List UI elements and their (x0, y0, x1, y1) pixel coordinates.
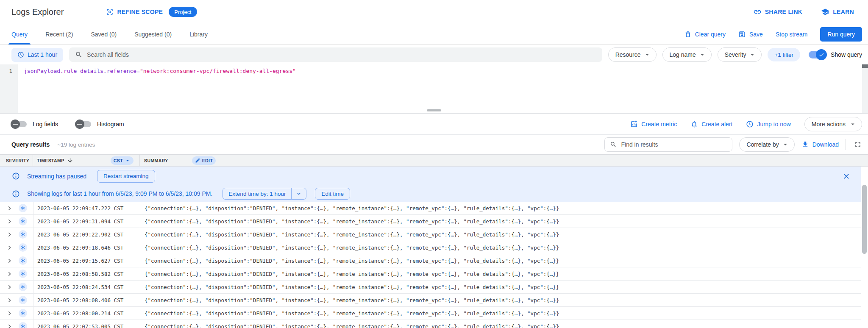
log-fields-toggle[interactable] (11, 121, 27, 127)
log-entry-row[interactable]: 2023-06-05 22:07:53.005 CST {"connection… (0, 320, 861, 328)
results-bar: Query results ~19 log entries Correlate … (0, 135, 868, 155)
refine-scope-label: REFINE SCOPE (117, 8, 163, 15)
tab-saved[interactable]: Saved (0) (82, 24, 125, 44)
refine-scope-button[interactable]: REFINE SCOPE (106, 8, 163, 16)
search-input[interactable] (87, 51, 596, 58)
expand-chevron-icon[interactable] (0, 322, 19, 328)
tab-query[interactable]: Query (3, 24, 36, 44)
extend-time-options-button[interactable] (291, 188, 306, 199)
expand-chevron-icon[interactable] (0, 217, 19, 225)
tab-bar: Query Recent (2) Saved (0) Suggested (0)… (0, 24, 868, 45)
default-severity-icon (19, 204, 27, 212)
timezone-chip[interactable]: CST (111, 156, 134, 165)
editor-scrollbar[interactable] (862, 64, 868, 113)
expand-chevron-icon[interactable] (0, 257, 19, 265)
log-entry-row[interactable]: 2023-06-05 22:08:24.534 CST {"connection… (0, 281, 861, 294)
default-severity-icon (19, 270, 27, 278)
editor-resize-handle[interactable] (427, 109, 441, 111)
resource-dropdown[interactable]: Resource (608, 47, 657, 62)
resource-label: Resource (615, 51, 641, 58)
histogram-toggle[interactable] (76, 121, 91, 127)
clear-query-label: Clear query (695, 31, 726, 38)
pane-toolbar: Log fields Histogram Create metric Creat… (0, 114, 868, 135)
timestamp-header-label[interactable]: TIMESTAMP (37, 158, 64, 163)
log-summary: {"connection":{…}, "disposition":"DENIED… (140, 320, 861, 328)
log-summary: {"connection":{…}, "disposition":"DENIED… (140, 294, 861, 306)
show-query-label: Show query (831, 51, 862, 58)
caret-down-icon (782, 141, 789, 148)
page-title: Logs Explorer (11, 7, 64, 17)
log-summary: {"connection":{…}, "disposition":"DENIED… (140, 228, 861, 241)
expand-chevron-icon[interactable] (0, 231, 19, 239)
save-button[interactable]: Save (738, 31, 763, 38)
tab-recent[interactable]: Recent (2) (36, 24, 82, 44)
link-icon (753, 8, 762, 16)
clock-icon (746, 120, 754, 128)
severity-label: Severity (725, 51, 746, 58)
severity-column-header: SEVERITY (0, 155, 33, 166)
log-entry-row[interactable]: 2023-06-05 22:08:08.406 CST {"connection… (0, 294, 861, 307)
query-text[interactable]: jsonPayload.rule_details.reference="netw… (24, 68, 860, 74)
close-banner-button[interactable] (841, 171, 851, 181)
tab-library[interactable]: Library (181, 24, 217, 44)
expand-chevron-icon[interactable] (0, 204, 19, 212)
top-bar: Logs Explorer REFINE SCOPE Project SHARE… (0, 0, 868, 24)
log-entry-row[interactable]: 2023-06-05 22:08:00.214 CST {"connection… (0, 307, 861, 320)
expand-chevron-icon[interactable] (0, 270, 19, 278)
log-summary: {"connection":{…}, "disposition":"DENIED… (140, 241, 861, 254)
expand-chevron-icon[interactable] (0, 283, 19, 291)
log-name-dropdown[interactable]: Log name (662, 47, 712, 62)
default-severity-icon (19, 309, 27, 317)
clear-query-button[interactable]: Clear query (684, 31, 726, 38)
log-entry-row[interactable]: 2023-06-05 22:08:58.582 CST {"connection… (0, 267, 861, 281)
stop-stream-button[interactable]: Stop stream (776, 31, 807, 38)
log-entry-row[interactable]: 2023-06-05 22:09:15.627 CST {"connection… (0, 254, 861, 267)
log-timestamp: 2023-06-05 22:08:58.582 CST (33, 267, 140, 280)
show-query-control: Show query (809, 51, 862, 58)
run-query-button[interactable]: Run query (820, 27, 862, 42)
log-timestamp: 2023-06-05 22:08:08.406 CST (33, 294, 140, 306)
toggle-check-icon (816, 49, 827, 60)
results-scrollbar-thumb[interactable] (862, 185, 867, 254)
jump-to-now-button[interactable]: Jump to now (746, 120, 790, 128)
time-range-chip[interactable]: Last 1 hour (11, 48, 63, 62)
edit-summary-chip[interactable]: EDIT (192, 156, 216, 165)
summary-header-label: SUMMARY (144, 158, 168, 163)
expand-chevron-icon[interactable] (0, 244, 19, 252)
correlate-by-dropdown[interactable]: Correlate by (739, 137, 794, 152)
expand-chevron-icon[interactable] (0, 309, 19, 317)
download-button[interactable]: Download (801, 141, 839, 148)
log-timestamp: 2023-06-05 22:09:47.222 CST (33, 202, 140, 214)
tab-suggested[interactable]: Suggested (0) (125, 24, 181, 44)
log-entry-row[interactable]: 2023-06-05 22:09:22.902 CST {"connection… (0, 228, 861, 241)
create-metric-button[interactable]: Create metric (630, 120, 677, 128)
severity-dropdown[interactable]: Severity (718, 47, 762, 62)
create-alert-button[interactable]: Create alert (690, 120, 732, 128)
share-link-button[interactable]: SHARE LINK (753, 8, 803, 16)
fullscreen-button[interactable] (853, 139, 863, 150)
result-actions: Create metric Create alert Jump to now M… (630, 117, 862, 131)
log-entry-row[interactable]: 2023-06-05 22:09:18.646 CST {"connection… (0, 241, 861, 254)
show-query-toggle[interactable] (809, 51, 826, 58)
create-alert-label: Create alert (701, 121, 732, 128)
streaming-paused-message: Streaming has paused (27, 173, 86, 180)
line-number: 1 (0, 68, 12, 74)
log-fields-toggle-group: Log fields (11, 121, 58, 128)
expand-chevron-icon[interactable] (0, 296, 19, 304)
log-entry-row[interactable]: 2023-06-05 22:09:47.222 CST {"connection… (0, 202, 861, 215)
extend-time-button[interactable]: Extend time by: 1 hour (223, 188, 291, 199)
more-actions-button[interactable]: More actions (804, 117, 862, 131)
find-in-results-input[interactable] (621, 141, 727, 148)
more-actions-label: More actions (812, 121, 846, 128)
log-summary: {"connection":{…}, "disposition":"DENIED… (140, 307, 861, 320)
editor-scrollbar-thumb[interactable] (862, 64, 868, 68)
query-editor[interactable]: 1 jsonPayload.rule_details.reference="ne… (0, 64, 868, 114)
learn-button[interactable]: LEARN (821, 8, 854, 16)
edit-time-button[interactable]: Edit time (315, 188, 350, 200)
sort-descending-icon[interactable] (67, 157, 73, 164)
restart-streaming-button[interactable]: Restart streaming (97, 170, 155, 183)
stop-stream-label: Stop stream (776, 31, 807, 38)
log-entry-row[interactable]: 2023-06-05 22:09:31.094 CST {"connection… (0, 215, 861, 228)
more-filters-chip[interactable]: +1 filter (768, 48, 800, 61)
project-scope-badge[interactable]: Project (169, 7, 197, 17)
